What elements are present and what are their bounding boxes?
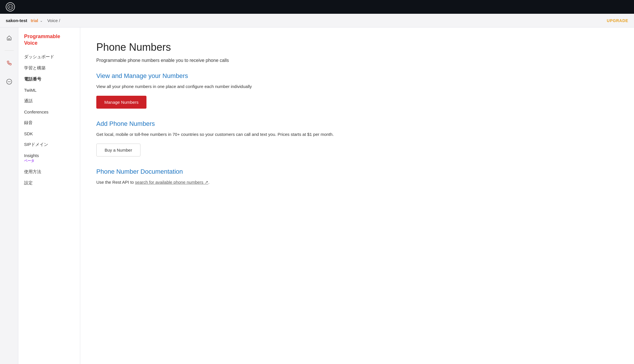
top-bar: [0, 0, 634, 14]
sidebar-item-settings[interactable]: 設定: [18, 177, 80, 189]
page-title: Phone Numbers: [96, 41, 618, 53]
twilio-logo: [6, 2, 15, 11]
upgrade-button[interactable]: UPGRADE: [607, 18, 628, 23]
sidebar-item-sdk[interactable]: SDK: [18, 128, 80, 139]
icon-sidebar-divider: [5, 50, 14, 51]
twilio-logo-icon: [6, 2, 15, 11]
main-content: Phone Numbers Programmable phone numbers…: [80, 28, 634, 364]
section-title-documentation[interactable]: Phone Number Documentation: [96, 168, 618, 175]
svg-point-0: [8, 4, 13, 9]
sidebar-item-insights[interactable]: Insights ベータ: [18, 150, 80, 166]
nav-sidebar-title: Programmable Voice: [18, 33, 80, 51]
trial-badge: trial: [31, 18, 38, 23]
breadcrumb-voice: Voice /: [47, 18, 60, 23]
doc-text: Use the Rest API to search for available…: [96, 179, 618, 186]
svg-point-2: [11, 6, 12, 7]
sidebar-item-learn[interactable]: 学習と構築: [18, 62, 80, 74]
sidebar-item-calls[interactable]: 通話: [18, 95, 80, 107]
main-layout: Programmable Voice ダッシュボード 学習と構築 電話番号 Tw…: [0, 28, 634, 364]
search-numbers-link[interactable]: search for available phone numbers ↗: [135, 180, 208, 185]
svg-point-4: [11, 7, 12, 8]
section-title-add-numbers[interactable]: Add Phone Numbers: [96, 120, 618, 128]
buy-number-button[interactable]: Buy a Number: [96, 144, 140, 156]
svg-point-3: [9, 7, 10, 8]
sidebar-item-dashboard[interactable]: ダッシュボード: [18, 51, 80, 62]
section-title-view-manage[interactable]: View and Manage your Numbers: [96, 72, 618, 80]
sidebar-item-usage[interactable]: 使用方法: [18, 166, 80, 177]
chevron-down-icon[interactable]: ⌄: [40, 19, 43, 23]
more-icon-button[interactable]: [3, 76, 15, 87]
home-icon-button[interactable]: [3, 32, 15, 44]
section-desc-add-numbers: Get local, mobile or toll-free numbers i…: [96, 131, 618, 138]
section-add-numbers: Add Phone Numbers Get local, mobile or t…: [96, 120, 618, 156]
nav-sidebar: Programmable Voice ダッシュボード 学習と構築 電話番号 Tw…: [18, 28, 80, 364]
space: [28, 18, 30, 23]
sidebar-item-conferences[interactable]: Conferences: [18, 107, 80, 117]
sidebar-item-twiml[interactable]: TwiML: [18, 85, 80, 95]
icon-sidebar: [0, 28, 18, 364]
manage-numbers-button[interactable]: Manage Numbers: [96, 96, 146, 109]
section-desc-view-manage: View all your phone numbers in one place…: [96, 83, 618, 90]
sub-bar-left: sakon-test trial ⌄ Voice /: [6, 18, 60, 23]
sidebar-item-sip[interactable]: SIPドメイン: [18, 139, 80, 150]
sub-bar: sakon-test trial ⌄ Voice / UPGRADE: [0, 14, 634, 28]
section-documentation: Phone Number Documentation Use the Rest …: [96, 168, 618, 186]
page-subtitle: Programmable phone numbers enable you to…: [96, 58, 618, 63]
svg-point-1: [9, 6, 10, 7]
beta-label: ベータ: [24, 159, 34, 163]
section-view-manage: View and Manage your Numbers View all yo…: [96, 72, 618, 109]
phone-icon-button[interactable]: [3, 58, 15, 69]
svg-point-6: [8, 81, 8, 82]
sidebar-item-recordings[interactable]: 録音: [18, 117, 80, 128]
svg-point-8: [10, 81, 10, 82]
svg-point-7: [9, 81, 9, 82]
sidebar-item-phone-numbers[interactable]: 電話番号: [18, 74, 80, 85]
account-name: sakon-test: [6, 18, 27, 23]
